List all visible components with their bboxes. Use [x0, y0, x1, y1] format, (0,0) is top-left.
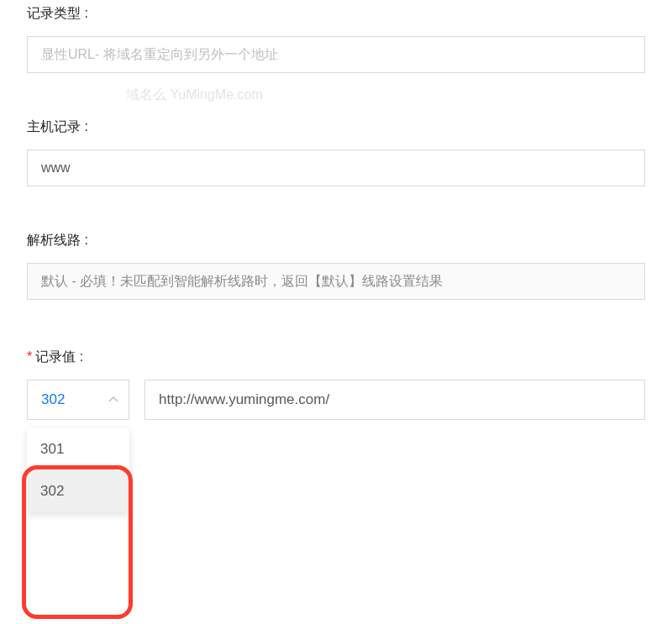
host-record-group: 主机记录 : [0, 118, 672, 186]
record-value-label: *记录值 : [27, 349, 645, 366]
record-type-select[interactable]: 显性URL- 将域名重定向到另外一个地址 [27, 36, 645, 73]
record-value-group: *记录值 : 302 301 302 [0, 349, 672, 420]
record-type-label: 记录类型 : [27, 5, 645, 23]
redirect-code-option-302[interactable]: 302 [27, 470, 129, 512]
host-record-label: 主机记录 : [27, 118, 645, 136]
option-label: 301 [40, 441, 64, 458]
redirect-code-option-301[interactable]: 301 [27, 428, 129, 470]
host-record-input[interactable] [27, 149, 645, 186]
option-label: 302 [40, 483, 64, 500]
required-star: * [27, 349, 32, 364]
chevron-up-icon [108, 395, 118, 405]
resolution-line-group: 解析线路 : 默认 - 必填！未匹配到智能解析线路时，返回【默认】线路设置结果 [0, 232, 672, 300]
record-value-label-text: 记录值 : [35, 349, 83, 364]
resolution-line-placeholder: 默认 - 必填！未匹配到智能解析线路时，返回【默认】线路设置结果 [41, 273, 443, 291]
watermark-en: YuMingMe.com [170, 87, 262, 102]
record-type-group: 记录类型 : 显性URL- 将域名重定向到另外一个地址 [0, 5, 672, 73]
resolution-line-select[interactable]: 默认 - 必填！未匹配到智能解析线路时，返回【默认】线路设置结果 [27, 263, 645, 300]
watermark: 域名么 YuMingMe.com [126, 87, 263, 104]
redirect-code-dropdown: 301 302 [27, 428, 129, 512]
watermark-cn: 域名么 [126, 87, 166, 102]
redirect-code-selected: 302 [41, 391, 65, 408]
redirect-code-select-wrapper: 302 301 302 [27, 380, 129, 420]
redirect-code-select[interactable]: 302 [27, 380, 129, 420]
redirect-url-input[interactable] [144, 380, 645, 420]
resolution-line-label: 解析线路 : [27, 232, 645, 249]
record-value-row: 302 301 302 [27, 380, 645, 420]
record-type-value: 显性URL- 将域名重定向到另外一个地址 [41, 46, 278, 64]
